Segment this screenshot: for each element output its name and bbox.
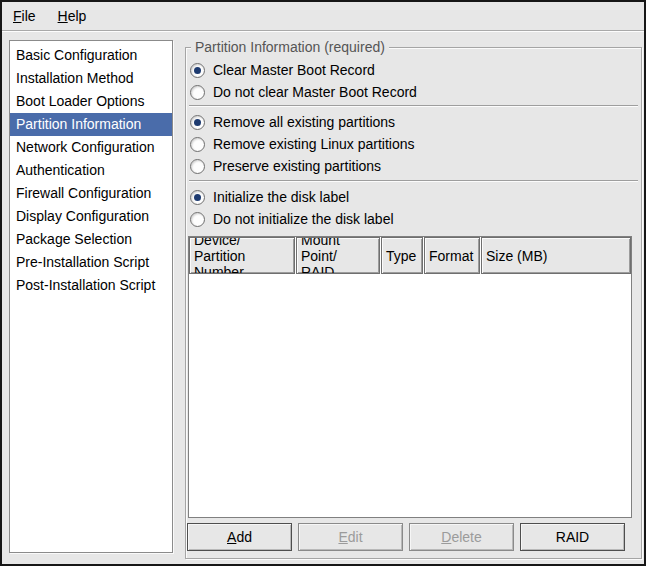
sidebar-item-package-selection[interactable]: Package Selection [10,228,172,251]
raid-button[interactable]: RAID [520,523,625,551]
separator [189,180,638,182]
column-header-format[interactable]: Format [424,237,480,274]
sidebar-item-installation-method[interactable]: Installation Method [10,67,172,90]
menubar: FileHelp [2,2,644,31]
menu-file[interactable]: File [2,3,47,29]
column-header-type[interactable]: Type [381,237,423,274]
radio-selected-icon[interactable] [190,115,205,130]
radio-label: Remove existing Linux partitions [213,136,415,152]
partition-table[interactable]: Device/ Partition NumberMount Point/ RAI… [188,236,632,518]
sidebar-item-pre-installation-script[interactable]: Pre-Installation Script [10,251,172,274]
sidebar-item-display-configuration[interactable]: Display Configuration [10,205,172,228]
edit-button: Edit [298,523,403,551]
partition-table-header: Device/ Partition NumberMount Point/ RAI… [189,237,631,274]
separator [189,105,638,107]
radio-unselected-icon[interactable] [190,137,205,152]
sidebar-item-basic-configuration[interactable]: Basic Configuration [10,44,172,67]
radio-option-preserve-existing-partitions[interactable]: Preserve existing partitions [190,155,381,177]
sidebar-item-authentication[interactable]: Authentication [10,159,172,182]
radio-unselected-icon[interactable] [190,85,205,100]
column-header-size-mb[interactable]: Size (MB) [481,237,631,274]
sidebar-item-partition-information[interactable]: Partition Information [10,113,172,136]
radio-label: Remove all existing partitions [213,114,395,130]
column-header-device[interactable]: Device/ Partition Number [189,237,295,274]
radio-option-remove-existing-linux-partitions[interactable]: Remove existing Linux partitions [190,133,415,155]
radio-label: Do not clear Master Boot Record [213,84,417,100]
radio-label: Clear Master Boot Record [213,62,375,78]
sidebar-item-boot-loader-options[interactable]: Boot Loader Options [10,90,172,113]
kickstart-configurator-window: FileHelp Basic ConfigurationInstallation… [0,0,646,566]
radio-label: Initialize the disk label [213,189,349,205]
column-header-mount-point[interactable]: Mount Point/ RAID [296,237,380,274]
partition-table-body[interactable] [189,274,631,517]
partition-information-frame: Partition Information (required) Clear M… [185,47,642,559]
menu-help[interactable]: Help [47,3,98,29]
radio-selected-icon[interactable] [190,190,205,205]
sidebar-item-post-installation-script[interactable]: Post-Installation Script [10,274,172,297]
radio-unselected-icon[interactable] [190,212,205,227]
radio-selected-icon[interactable] [190,63,205,78]
delete-button: Delete [409,523,514,551]
sidebar-item-firewall-configuration[interactable]: Firewall Configuration [10,182,172,205]
radio-option-remove-all-existing-partitions[interactable]: Remove all existing partitions [190,111,395,133]
radio-option-initialize-the-disk-label[interactable]: Initialize the disk label [190,186,349,208]
sidebar-nav-list[interactable]: Basic ConfigurationInstallation MethodBo… [9,40,173,553]
action-button-row: AddEditDeleteRAID [187,523,625,551]
radio-unselected-icon[interactable] [190,159,205,174]
radio-label: Preserve existing partitions [213,158,381,174]
radio-option-do-not-clear-master-boot-record[interactable]: Do not clear Master Boot Record [190,81,417,103]
radio-label: Do not initialize the disk label [213,211,394,227]
add-button[interactable]: Add [187,523,292,551]
radio-option-do-not-initialize-the-disk-label[interactable]: Do not initialize the disk label [190,208,394,230]
frame-title: Partition Information (required) [191,39,389,55]
sidebar-item-network-configuration[interactable]: Network Configuration [10,136,172,159]
radio-option-clear-master-boot-record[interactable]: Clear Master Boot Record [190,59,375,81]
